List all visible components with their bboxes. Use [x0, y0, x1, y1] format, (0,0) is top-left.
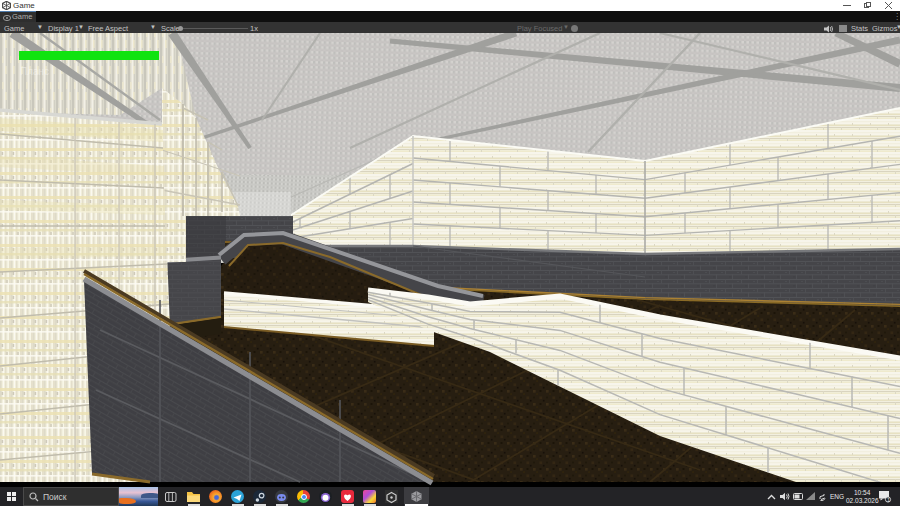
svg-text:1: 1: [887, 497, 890, 503]
